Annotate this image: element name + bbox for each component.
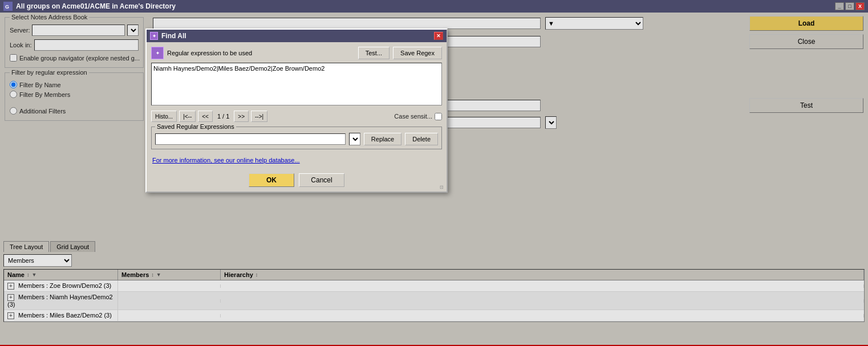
saved-regex-input[interactable] (155, 133, 346, 145)
nav-first-button[interactable]: |<-- (179, 111, 196, 122)
window-controls: _ □ X (835, 2, 865, 10)
find-all-dialog: ✦ Find All ✕ ✦ Regular expression to be … (145, 29, 448, 193)
title-text: All groups on Acme01/ACME in Acme's Dire… (16, 2, 176, 10)
dialog-title-text: Find All (161, 32, 186, 40)
svg-text:G: G (5, 4, 9, 10)
saved-regex-row: ▼ Replace Delete (155, 133, 438, 145)
cancel-button[interactable]: Cancel (299, 173, 344, 187)
ok-button[interactable]: OK (249, 173, 294, 187)
delete-button[interactable]: Delete (405, 133, 438, 145)
resize-handle[interactable]: ⊡ (440, 185, 445, 190)
regex-description-label: Regular expression to be used (167, 50, 355, 56)
dialog-footer: OK Cancel (147, 171, 447, 192)
case-sensitive-checkbox[interactable] (435, 113, 442, 120)
help-row: For more information, see our online hel… (151, 154, 442, 166)
dialog-title-bar: ✦ Find All ✕ (147, 30, 447, 42)
online-help-link[interactable]: For more information, see our online hel… (151, 157, 301, 164)
nav-next-button[interactable]: >> (234, 111, 249, 122)
dialog-icon: ✦ (150, 32, 158, 40)
nav-last-button[interactable]: -->| (251, 111, 267, 122)
dialog-body: ✦ Regular expression to be used Test... … (147, 42, 447, 171)
app-icon: G (3, 2, 13, 11)
minimize-button[interactable]: _ (835, 2, 844, 10)
maximize-button[interactable]: □ (845, 2, 854, 10)
save-regex-button[interactable]: Save Regex (393, 47, 442, 59)
title-bar: G All groups on Acme01/ACME in Acme's Di… (0, 0, 868, 13)
nav-prev-button[interactable]: << (198, 111, 213, 122)
saved-regex-dropdown[interactable]: ▼ (349, 133, 360, 145)
close-window-button[interactable]: X (855, 2, 865, 10)
case-sensitive-label: Case sensit... (394, 113, 432, 120)
histo-button[interactable]: Histo... (151, 111, 177, 122)
regex-textarea[interactable]: Niamh Haynes/Demo2|Miles Baez/Demo2|Zoe … (151, 63, 442, 105)
regex-label-row: ✦ Regular expression to be used Test... … (151, 47, 442, 59)
saved-regex-section: Saved Regular Expressions ▼ Replace Dele… (151, 127, 442, 149)
page-indicator: 1 / 1 (217, 113, 229, 120)
main-window: Select Notes Address Book Server: ▼ Look… (0, 13, 868, 346)
regex-icon: ✦ (151, 47, 164, 59)
test-dialog-button[interactable]: Test... (358, 47, 390, 59)
dialog-close-button[interactable]: ✕ (434, 32, 443, 40)
replace-button[interactable]: Replace (364, 133, 401, 145)
saved-regex-title: Saved Regular Expressions (155, 123, 236, 130)
nav-row: Histo... |<-- << 1 / 1 >> -->| Case sens… (151, 111, 442, 122)
